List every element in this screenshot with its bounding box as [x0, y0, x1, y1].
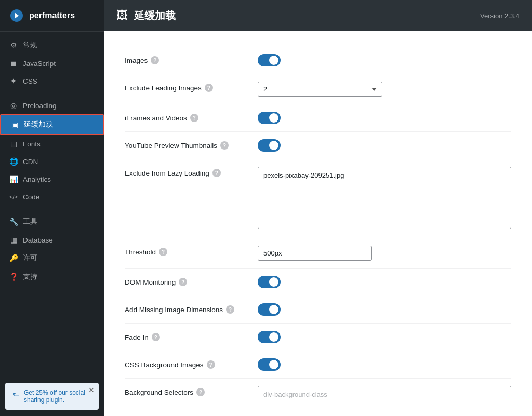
textarea-bg-selectors[interactable] — [258, 386, 511, 416]
textarea-exclude-lazy[interactable]: pexels-pixabay-209251.jpg — [258, 167, 511, 229]
form-row-css-bg: CSS Background Images ? — [125, 351, 511, 379]
sidebar-item-preloading[interactable]: ◎ Preloading — [0, 97, 104, 114]
cdn-icon: 🌐 — [9, 157, 18, 166]
select-exclude-leading[interactable]: 0 1 2 3 4 5 — [258, 82, 382, 97]
help-icon-fadein[interactable]: ? — [152, 333, 160, 341]
label-exclude-lazy: Exclude from Lazy Loading — [125, 169, 209, 177]
sidebar-item-analytics[interactable]: 📊 Analytics — [0, 170, 104, 188]
control-iframes — [258, 112, 511, 124]
sidebar-logo-text: perfmatters — [29, 11, 75, 20]
sidebar-item-label: 常规 — [23, 41, 37, 50]
form-row-exclude-lazy: Exclude from Lazy Loading ? pexels-pixab… — [125, 159, 511, 238]
label-threshold: Threshold — [125, 248, 156, 256]
toggle-iframes[interactable] — [258, 112, 281, 124]
perfmatters-logo-icon — [9, 8, 24, 23]
help-icon-exclude-leading[interactable]: ? — [205, 84, 213, 92]
license-icon: 🔑 — [9, 254, 18, 262]
label-css-bg: CSS Background Images — [125, 361, 204, 369]
form-row-iframes: iFrames and Videos ? — [125, 104, 511, 132]
form-row-images: Images ? — [125, 47, 511, 74]
control-exclude-lazy: pexels-pixabay-209251.jpg — [258, 167, 511, 231]
sidebar-item-label: 延缓加载 — [24, 120, 53, 129]
sidebar-item-fonts[interactable]: ▤ Fonts — [0, 135, 104, 153]
form-row-dimensions: Add Missing Image Dimensions ? — [125, 296, 511, 324]
help-icon-exclude-lazy[interactable]: ? — [212, 169, 221, 177]
sidebar-item-css[interactable]: ✦ CSS — [0, 72, 104, 90]
code-icon: </> — [9, 193, 18, 201]
toggle-fadein[interactable] — [258, 331, 281, 343]
help-icon-threshold[interactable]: ? — [159, 248, 167, 256]
fonts-icon: ▤ — [9, 140, 18, 148]
label-dom: DOM Monitoring — [125, 278, 176, 286]
label-images: Images — [125, 57, 148, 64]
sidebar-logo: perfmatters — [0, 0, 104, 32]
sidebar-item-label: Fonts — [23, 140, 41, 148]
toggle-youtube-slider — [258, 139, 281, 152]
label-bg-selectors: Background Selectors — [125, 388, 193, 396]
help-icon-dom[interactable]: ? — [179, 278, 187, 286]
sidebar: perfmatters ⚙ 常规 ◼ JavaScript ✦ CSS ◎ Pr… — [0, 0, 104, 416]
preloading-icon: ◎ — [9, 101, 18, 110]
toggle-youtube[interactable] — [258, 139, 281, 152]
toggle-images[interactable] — [258, 54, 281, 66]
header-left: 🖼 延缓加载 — [116, 9, 176, 23]
toggle-dom-slider — [258, 276, 281, 288]
form-row-fadein: Fade In ? — [125, 324, 511, 351]
sidebar-item-javascript[interactable]: ◼ JavaScript — [0, 55, 104, 72]
label-group-exclude-lazy: Exclude from Lazy Loading ? — [125, 167, 249, 177]
sidebar-item-database[interactable]: ▦ Database — [0, 231, 104, 249]
label-youtube: YouTube Preview Thumbnails — [125, 142, 217, 150]
toggle-dom[interactable] — [258, 276, 281, 288]
control-bg-selectors — [258, 386, 511, 416]
control-dom — [258, 276, 511, 288]
page-title: 延缓加载 — [134, 9, 176, 23]
main-header: 🖼 延缓加载 Version 2.3.4 — [104, 0, 532, 31]
main-area: 🖼 延缓加载 Version 2.3.4 Images ? Exclude Le… — [104, 0, 532, 416]
version-label: Version 2.3.4 — [480, 12, 520, 20]
sidebar-item-cdn[interactable]: 🌐 CDN — [0, 153, 104, 170]
sidebar-nav: ⚙ 常规 ◼ JavaScript ✦ CSS ◎ Preloading ▣ 延… — [0, 32, 104, 377]
support-icon: ❓ — [9, 273, 18, 281]
toggle-dimensions[interactable] — [258, 303, 281, 316]
sidebar-item-code[interactable]: </> Code — [0, 188, 104, 206]
sidebar-item-support[interactable]: ❓ 支持 — [0, 267, 104, 286]
label-exclude-leading: Exclude Leading Images — [125, 84, 202, 92]
main-content: Images ? Exclude Leading Images ? 0 1 2 — [104, 31, 532, 416]
label-iframes: iFrames and Videos — [125, 114, 187, 122]
help-icon-bg-selectors[interactable]: ? — [196, 388, 205, 396]
sidebar-divider-1 — [0, 93, 104, 93]
sidebar-item-label: CDN — [23, 158, 38, 166]
input-threshold[interactable] — [258, 246, 372, 261]
control-images — [258, 54, 511, 66]
control-threshold — [258, 246, 511, 261]
sidebar-item-label: JavaScript — [23, 60, 56, 68]
label-group-css-bg: CSS Background Images ? — [125, 358, 249, 369]
help-icon-youtube[interactable]: ? — [220, 141, 229, 150]
toggle-css-bg-slider — [258, 358, 281, 371]
toggle-fadein-slider — [258, 331, 281, 343]
analytics-icon: 📊 — [9, 175, 18, 183]
label-fadein: Fade In — [125, 333, 149, 341]
control-fadein — [258, 331, 511, 343]
toggle-iframes-slider — [258, 112, 281, 124]
sidebar-item-general[interactable]: ⚙ 常规 — [0, 36, 104, 55]
help-icon-css-bg[interactable]: ? — [207, 360, 215, 369]
control-exclude-leading: 0 1 2 3 4 5 — [258, 82, 511, 97]
form-row-exclude-leading: Exclude Leading Images ? 0 1 2 3 4 5 — [125, 74, 511, 104]
help-icon-images[interactable]: ? — [151, 56, 159, 64]
sidebar-item-label: 支持 — [23, 272, 37, 281]
sidebar-item-label: 工具 — [23, 217, 37, 226]
form-row-bg-selectors: Background Selectors ? — [125, 379, 511, 416]
header-icon: 🖼 — [116, 9, 128, 22]
help-icon-dimensions[interactable]: ? — [226, 305, 234, 314]
sidebar-item-label: Preloading — [23, 102, 57, 110]
sidebar-item-lazy-load[interactable]: ▣ 延缓加载 — [0, 114, 104, 135]
toggle-css-bg[interactable] — [258, 358, 281, 371]
label-group-youtube: YouTube Preview Thumbnails ? — [125, 139, 249, 150]
sidebar-item-tools[interactable]: 🔧 工具 — [0, 212, 104, 231]
help-icon-iframes[interactable]: ? — [190, 114, 198, 122]
lazy-load-icon: ▣ — [10, 120, 19, 129]
control-css-bg — [258, 358, 511, 371]
sidebar-item-license[interactable]: 🔑 许可 — [0, 249, 104, 267]
promo-close-button[interactable]: ✕ — [88, 386, 95, 394]
